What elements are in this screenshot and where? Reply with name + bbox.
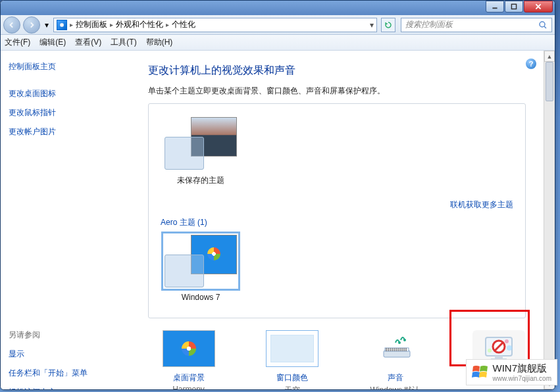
see-also-ease-of-access[interactable]: 轻松访问中心 <box>9 387 124 390</box>
theme-preview <box>165 117 237 170</box>
svg-point-4 <box>540 22 545 27</box>
theme-label: Windows 7 <box>165 293 237 302</box>
sidebar: 控制面板主页 更改桌面图标 更改鼠标指针 更改帐户图片 另请参阅 显示 任务栏和… <box>1 51 132 389</box>
watermark: WIN7旗舰版 www.win7qijian.com <box>466 359 557 385</box>
watermark-text: WIN7旗舰版 <box>493 362 547 374</box>
option-title: 桌面背景 <box>151 372 226 383</box>
theme-windows7[interactable]: Windows 7 <box>165 235 237 302</box>
page-subtitle: 单击某个主题立即更改桌面背景、窗口颜色、声音和屏幕保护程序。 <box>148 86 539 97</box>
sound-icon <box>369 330 422 367</box>
window-color-preview <box>266 330 318 367</box>
see-also-display[interactable]: 显示 <box>9 349 124 360</box>
watermark-url: www.win7qijian.com <box>493 375 551 382</box>
breadcrumb-item[interactable]: 控制面板 <box>76 19 107 30</box>
address-bar[interactable]: ▸ 控制面板 ▸ 外观和个性化 ▸ 个性化 ▾ <box>53 18 377 32</box>
sidebar-link-desktop-icons[interactable]: 更改桌面图标 <box>9 88 124 99</box>
breadcrumb-item[interactable]: 外观和个性化 <box>116 19 163 30</box>
svg-point-6 <box>398 341 401 344</box>
theme-preview <box>165 235 237 287</box>
sidebar-link-account-picture[interactable]: 更改帐户图片 <box>9 126 124 137</box>
option-title: 窗口颜色 <box>254 372 330 383</box>
history-dropdown[interactable]: ▾ <box>43 18 51 32</box>
theme-label: 未保存的主题 <box>165 175 237 186</box>
help-icon[interactable]: ? <box>526 59 536 69</box>
vertical-scrollbar[interactable]: ▲ ▼ <box>544 51 555 389</box>
control-panel-icon <box>57 20 67 30</box>
close-button[interactable] <box>524 1 553 12</box>
search-icon <box>538 20 547 30</box>
menu-file[interactable]: 文件(F) <box>5 37 30 48</box>
titlebar[interactable] <box>1 1 555 15</box>
nav-toolbar: ▾ ▸ 控制面板 ▸ 外观和个性化 ▸ 个性化 ▾ 搜索控制面板 <box>1 15 555 35</box>
see-also-taskbar[interactable]: 任务栏和「开始」菜单 <box>9 368 124 379</box>
option-sub: 天空 <box>254 385 330 389</box>
maximize-button[interactable] <box>505 1 523 12</box>
more-themes-link[interactable]: 联机获取更多主题 <box>450 200 513 209</box>
windows-logo-icon <box>472 364 489 381</box>
menu-view[interactable]: 查看(V) <box>75 37 101 48</box>
sidebar-link-home[interactable]: 控制面板主页 <box>9 61 124 72</box>
option-sub: Harmony <box>151 385 226 389</box>
themes-container: 未保存的主题 联机获取更多主题 Aero 主题 (1) Windows 7 <box>148 103 526 318</box>
search-input[interactable]: 搜索控制面板 <box>401 18 552 32</box>
scroll-up-button[interactable]: ▲ <box>544 51 555 62</box>
menu-help[interactable]: 帮助(H) <box>146 37 173 48</box>
main-content: ? 更改计算机上的视觉效果和声音 单击某个主题立即更改桌面背景、窗口颜色、声音和… <box>132 51 555 389</box>
wallpaper-preview <box>163 330 215 367</box>
svg-point-7 <box>403 339 406 341</box>
forward-button[interactable] <box>23 16 40 34</box>
breadcrumb-item[interactable]: 个性化 <box>172 19 195 30</box>
search-placeholder: 搜索控制面板 <box>405 19 538 30</box>
page-title: 更改计算机上的视觉效果和声音 <box>148 64 539 78</box>
menu-tools[interactable]: 工具(T) <box>111 37 136 48</box>
refresh-button[interactable] <box>381 18 395 32</box>
option-title: 声音 <box>357 372 433 383</box>
svg-point-27 <box>507 345 512 351</box>
svg-line-5 <box>544 26 546 28</box>
see-also-heading: 另请参阅 <box>9 330 124 341</box>
back-button[interactable] <box>3 16 20 34</box>
menu-edit[interactable]: 编辑(E) <box>39 37 66 48</box>
sound-option[interactable]: 声音 Windows 默认 <box>357 330 433 389</box>
option-sub: Windows 默认 <box>357 385 433 389</box>
svg-rect-22 <box>495 356 503 358</box>
menu-bar: 文件(F) 编辑(E) 查看(V) 工具(T) 帮助(H) <box>1 35 555 51</box>
control-panel-window: ▾ ▸ 控制面板 ▸ 外观和个性化 ▸ 个性化 ▾ 搜索控制面板 文件(F) 编… <box>0 0 555 390</box>
window-color-option[interactable]: 窗口颜色 天空 <box>254 330 330 389</box>
scroll-thumb[interactable] <box>546 62 553 101</box>
svg-point-26 <box>505 339 509 343</box>
theme-unsaved[interactable]: 未保存的主题 <box>165 117 237 186</box>
address-dropdown-icon[interactable]: ▾ <box>370 20 374 30</box>
svg-rect-1 <box>511 4 516 9</box>
sidebar-link-mouse-pointers[interactable]: 更改鼠标指针 <box>9 107 124 118</box>
svg-point-28 <box>488 349 492 353</box>
aero-section-heading: Aero 主题 (1) <box>161 217 513 228</box>
desktop-background-option[interactable]: 桌面背景 Harmony <box>151 330 226 389</box>
minimize-button[interactable] <box>486 1 504 12</box>
